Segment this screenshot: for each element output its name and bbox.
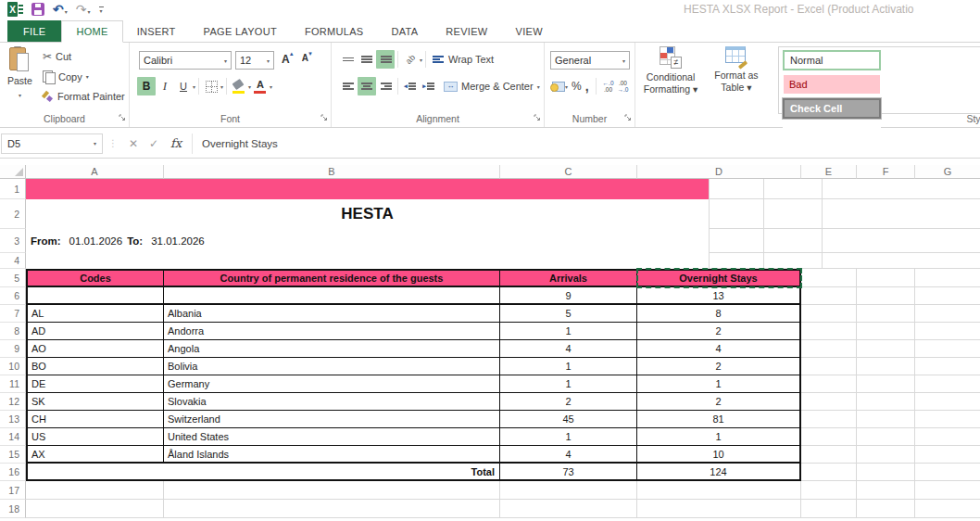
tab-page-layout[interactable]: PAGE LAYOUT bbox=[190, 20, 291, 42]
empty-cell[interactable] bbox=[801, 481, 857, 500]
tab-insert[interactable]: INSERT bbox=[123, 20, 190, 42]
column-header-a[interactable]: A bbox=[26, 165, 164, 179]
empty-cell[interactable] bbox=[857, 500, 915, 518]
empty-cell[interactable] bbox=[857, 358, 915, 375]
empty-cell[interactable] bbox=[801, 428, 857, 446]
row-number[interactable]: 16 bbox=[0, 464, 26, 481]
empty-cell[interactable] bbox=[764, 253, 823, 269]
empty-cell[interactable] bbox=[801, 464, 857, 481]
total-overnight-cell[interactable]: 124 bbox=[637, 464, 801, 481]
row-number[interactable]: 10 bbox=[0, 358, 26, 375]
cell-arrivals[interactable]: 4 bbox=[500, 446, 637, 464]
clipboard-dialog-launcher-icon[interactable] bbox=[119, 112, 126, 123]
row-number[interactable]: 4 bbox=[0, 253, 26, 269]
empty-cell[interactable] bbox=[164, 500, 500, 518]
empty-cell[interactable] bbox=[764, 199, 823, 229]
cell-arrivals[interactable]: 1 bbox=[500, 323, 637, 340]
row-number[interactable]: 6 bbox=[0, 287, 26, 305]
cell-country[interactable]: Andorra bbox=[164, 323, 500, 340]
cell-country[interactable]: Albania bbox=[164, 305, 500, 323]
total-arrivals-cell[interactable]: 73 bbox=[500, 464, 637, 481]
empty-cell[interactable] bbox=[637, 481, 801, 500]
borders-button[interactable] bbox=[202, 77, 220, 95]
cell-arrivals[interactable]: 9 bbox=[500, 287, 637, 305]
cell-code[interactable]: AO bbox=[26, 340, 164, 358]
cell-code[interactable]: US bbox=[26, 428, 164, 446]
decrease-decimal-button[interactable]: .00→.0 bbox=[618, 80, 629, 93]
empty-cell[interactable] bbox=[915, 269, 980, 287]
empty-cell[interactable] bbox=[915, 305, 980, 323]
cell-arrivals[interactable]: 5 bbox=[500, 305, 637, 323]
font-color-dropdown-icon[interactable]: ▾ bbox=[270, 83, 272, 90]
middle-align-button[interactable] bbox=[358, 50, 376, 69]
orientation-button[interactable]: ab bbox=[401, 50, 420, 69]
empty-cell[interactable] bbox=[857, 269, 915, 287]
font-size-dropdown-icon[interactable]: ▾ bbox=[267, 57, 270, 64]
font-color-button[interactable]: A bbox=[251, 77, 270, 95]
cell-country[interactable]: United States bbox=[164, 428, 500, 446]
empty-cell[interactable] bbox=[709, 179, 764, 199]
customize-quick-access-icon[interactable]: ▾ bbox=[99, 6, 104, 15]
empty-cell[interactable] bbox=[857, 464, 915, 481]
cell-country[interactable]: Bolivia bbox=[164, 358, 500, 375]
borders-dropdown-icon[interactable]: ▾ bbox=[220, 83, 223, 90]
empty-cell[interactable] bbox=[709, 253, 764, 269]
column-header-b[interactable]: B bbox=[164, 165, 500, 179]
empty-cell[interactable] bbox=[915, 393, 980, 411]
cell-overnight[interactable]: 2 bbox=[637, 358, 801, 375]
undo-button[interactable]: ↶▾ bbox=[53, 3, 68, 16]
tab-data[interactable]: DATA bbox=[377, 20, 432, 42]
cell-arrivals[interactable]: 4 bbox=[500, 340, 637, 358]
row-number[interactable]: 1 bbox=[0, 179, 26, 199]
empty-cell[interactable] bbox=[857, 375, 915, 393]
row-number[interactable]: 5 bbox=[0, 269, 26, 287]
fill-color-button[interactable] bbox=[230, 77, 248, 95]
enter-button[interactable]: ✓ bbox=[144, 137, 164, 150]
empty-cell[interactable] bbox=[801, 323, 857, 340]
row-number[interactable]: 9 bbox=[0, 340, 26, 358]
empty-cell[interactable] bbox=[915, 446, 980, 464]
increase-decimal-button[interactable]: ←.0.00 bbox=[603, 80, 614, 93]
tab-review[interactable]: REVIEW bbox=[432, 20, 501, 42]
empty-cell[interactable] bbox=[915, 375, 980, 393]
name-box-dropdown-icon[interactable]: ▾ bbox=[94, 140, 96, 146]
cell-code[interactable]: CH bbox=[26, 411, 164, 428]
empty-cell[interactable] bbox=[915, 323, 980, 340]
center-button[interactable] bbox=[358, 77, 376, 95]
banner-cell[interactable] bbox=[26, 179, 709, 199]
accounting-format-button[interactable]: ▾ bbox=[550, 82, 568, 92]
row-number[interactable]: 11 bbox=[0, 375, 26, 393]
empty-cell[interactable] bbox=[801, 269, 857, 287]
empty-cell[interactable] bbox=[915, 464, 980, 481]
column-header-f[interactable]: F bbox=[857, 165, 915, 179]
paste-button[interactable]: Paste ▾ bbox=[7, 46, 32, 102]
date-range-cell[interactable]: From: 01.01.2026 To: 31.01.2026 bbox=[26, 229, 709, 253]
cell-overnight[interactable]: 8 bbox=[637, 305, 801, 323]
column-header-g[interactable]: G bbox=[915, 165, 980, 179]
empty-cell[interactable] bbox=[801, 375, 857, 393]
underline-button[interactable]: U bbox=[174, 77, 193, 95]
font-dialog-launcher-icon[interactable] bbox=[320, 112, 328, 123]
tab-view[interactable]: VIEW bbox=[502, 20, 557, 42]
number-format-dropdown-icon[interactable]: ▾ bbox=[622, 57, 625, 64]
empty-cell[interactable] bbox=[857, 393, 915, 411]
total-label-cell[interactable]: Total bbox=[26, 464, 500, 481]
tab-formulas[interactable]: FORMULAS bbox=[291, 20, 378, 42]
column-header-e[interactable]: E bbox=[801, 165, 857, 179]
empty-cell[interactable] bbox=[915, 428, 980, 446]
cut-button[interactable]: ✂ Cut bbox=[43, 50, 71, 63]
tab-home[interactable]: HOME bbox=[61, 20, 122, 43]
bottom-align-button[interactable] bbox=[376, 50, 395, 69]
font-name-dropdown-icon[interactable]: ▾ bbox=[224, 57, 227, 64]
row-number[interactable]: 14 bbox=[0, 428, 26, 446]
cell-arrivals[interactable]: 1 bbox=[500, 358, 637, 375]
row-number[interactable]: 18 bbox=[0, 500, 26, 518]
empty-cell[interactable] bbox=[709, 199, 764, 229]
empty-cell[interactable] bbox=[801, 358, 857, 375]
empty-cell[interactable] bbox=[857, 428, 915, 446]
cell-overnight[interactable]: 2 bbox=[637, 323, 801, 340]
empty-cell[interactable] bbox=[500, 500, 637, 518]
undo-dropdown-icon[interactable]: ▾ bbox=[65, 8, 68, 15]
align-right-button[interactable] bbox=[376, 77, 395, 95]
empty-cell[interactable] bbox=[801, 393, 857, 411]
